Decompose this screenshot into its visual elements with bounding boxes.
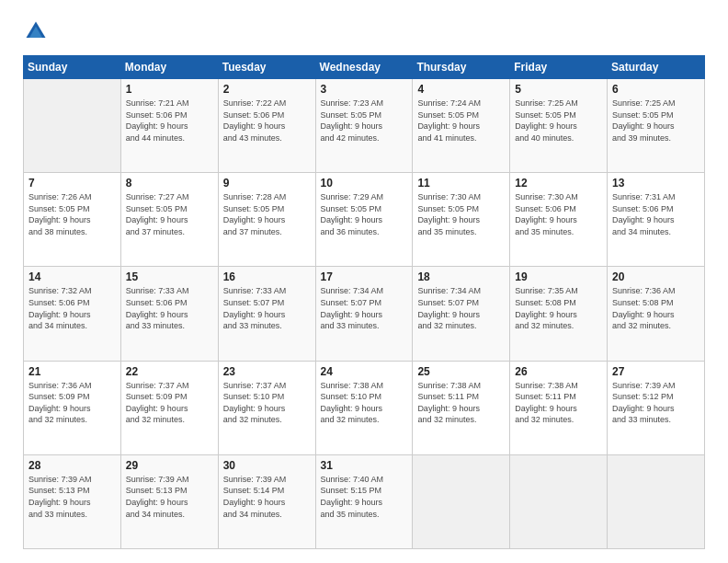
- day-info: Sunrise: 7:35 AM Sunset: 5:08 PM Dayligh…: [515, 285, 602, 331]
- day-number: 9: [223, 177, 311, 190]
- day-number: 29: [126, 459, 213, 472]
- day-info: Sunrise: 7:39 AM Sunset: 5:14 PM Dayligh…: [223, 474, 311, 520]
- day-info: Sunrise: 7:23 AM Sunset: 5:05 PM Dayligh…: [321, 98, 408, 144]
- header: [23, 18, 705, 44]
- day-info: Sunrise: 7:24 AM Sunset: 5:05 PM Dayligh…: [417, 98, 505, 144]
- day-number: 27: [612, 365, 700, 378]
- day-info: Sunrise: 7:26 AM Sunset: 5:05 PM Dayligh…: [28, 191, 116, 237]
- calendar-day-cell: 6Sunrise: 7:25 AM Sunset: 5:05 PM Daylig…: [608, 79, 705, 173]
- day-number: 3: [321, 83, 408, 96]
- calendar-day-cell: 31Sunrise: 7:40 AM Sunset: 5:15 PM Dayli…: [315, 454, 413, 548]
- day-number: 26: [515, 365, 602, 378]
- day-info: Sunrise: 7:34 AM Sunset: 5:07 PM Dayligh…: [417, 285, 505, 331]
- calendar-day-cell: 1Sunrise: 7:21 AM Sunset: 5:06 PM Daylig…: [120, 79, 218, 173]
- day-number: 10: [321, 177, 408, 190]
- calendar-day-cell: 3Sunrise: 7:23 AM Sunset: 5:05 PM Daylig…: [315, 79, 413, 173]
- calendar-day-cell: 12Sunrise: 7:30 AM Sunset: 5:06 PM Dayli…: [510, 173, 608, 267]
- calendar-week-row: 14Sunrise: 7:32 AM Sunset: 5:06 PM Dayli…: [24, 267, 705, 361]
- day-number: 18: [417, 270, 505, 283]
- day-info: Sunrise: 7:28 AM Sunset: 5:05 PM Dayligh…: [223, 191, 311, 237]
- day-number: 25: [417, 365, 505, 378]
- calendar-day-cell: 25Sunrise: 7:38 AM Sunset: 5:11 PM Dayli…: [413, 361, 510, 454]
- weekday-header-cell: Wednesday: [315, 56, 413, 79]
- calendar-day-cell: 19Sunrise: 7:35 AM Sunset: 5:08 PM Dayli…: [510, 267, 608, 361]
- day-info: Sunrise: 7:27 AM Sunset: 5:05 PM Dayligh…: [126, 191, 213, 237]
- calendar-day-cell: 23Sunrise: 7:37 AM Sunset: 5:10 PM Dayli…: [218, 361, 315, 454]
- calendar-table: SundayMondayTuesdayWednesdayThursdayFrid…: [23, 55, 705, 549]
- calendar-day-cell: 13Sunrise: 7:31 AM Sunset: 5:06 PM Dayli…: [608, 173, 705, 267]
- page: SundayMondayTuesdayWednesdayThursdayFrid…: [0, 0, 728, 563]
- calendar-day-cell: 21Sunrise: 7:36 AM Sunset: 5:09 PM Dayli…: [24, 361, 121, 454]
- calendar-day-cell: 11Sunrise: 7:30 AM Sunset: 5:05 PM Dayli…: [413, 173, 510, 267]
- day-info: Sunrise: 7:37 AM Sunset: 5:09 PM Dayligh…: [126, 380, 213, 426]
- day-number: 2: [223, 83, 311, 96]
- day-number: 30: [223, 459, 311, 472]
- weekday-header-cell: Thursday: [413, 56, 510, 79]
- calendar-day-cell: 7Sunrise: 7:26 AM Sunset: 5:05 PM Daylig…: [24, 173, 121, 267]
- calendar-day-cell: 22Sunrise: 7:37 AM Sunset: 5:09 PM Dayli…: [120, 361, 218, 454]
- day-number: 19: [515, 270, 602, 283]
- day-info: Sunrise: 7:40 AM Sunset: 5:15 PM Dayligh…: [321, 474, 408, 520]
- weekday-header-cell: Tuesday: [218, 56, 315, 79]
- calendar-day-cell: 2Sunrise: 7:22 AM Sunset: 5:06 PM Daylig…: [218, 79, 315, 173]
- calendar-day-cell: 18Sunrise: 7:34 AM Sunset: 5:07 PM Dayli…: [413, 267, 510, 361]
- logo: [23, 18, 52, 44]
- day-number: 23: [223, 365, 311, 378]
- calendar-week-row: 28Sunrise: 7:39 AM Sunset: 5:13 PM Dayli…: [24, 454, 705, 548]
- day-number: 21: [28, 365, 116, 378]
- calendar-day-cell: 24Sunrise: 7:38 AM Sunset: 5:10 PM Dayli…: [315, 361, 413, 454]
- calendar-week-row: 1Sunrise: 7:21 AM Sunset: 5:06 PM Daylig…: [24, 79, 705, 173]
- calendar-day-cell: 16Sunrise: 7:33 AM Sunset: 5:07 PM Dayli…: [218, 267, 315, 361]
- day-info: Sunrise: 7:33 AM Sunset: 5:06 PM Dayligh…: [126, 285, 213, 331]
- weekday-header-row: SundayMondayTuesdayWednesdayThursdayFrid…: [24, 56, 705, 79]
- day-info: Sunrise: 7:39 AM Sunset: 5:13 PM Dayligh…: [126, 474, 213, 520]
- day-info: Sunrise: 7:29 AM Sunset: 5:05 PM Dayligh…: [321, 191, 408, 237]
- day-number: 7: [28, 177, 116, 190]
- day-info: Sunrise: 7:38 AM Sunset: 5:11 PM Dayligh…: [515, 380, 602, 426]
- day-info: Sunrise: 7:33 AM Sunset: 5:07 PM Dayligh…: [223, 285, 311, 331]
- logo-icon: [23, 18, 49, 44]
- day-number: 13: [612, 177, 700, 190]
- day-number: 12: [515, 177, 602, 190]
- day-number: 16: [223, 270, 311, 283]
- day-info: Sunrise: 7:30 AM Sunset: 5:05 PM Dayligh…: [417, 191, 505, 237]
- day-info: Sunrise: 7:34 AM Sunset: 5:07 PM Dayligh…: [321, 285, 408, 331]
- day-info: Sunrise: 7:37 AM Sunset: 5:10 PM Dayligh…: [223, 380, 311, 426]
- calendar-day-cell: 20Sunrise: 7:36 AM Sunset: 5:08 PM Dayli…: [608, 267, 705, 361]
- day-number: 1: [126, 83, 213, 96]
- weekday-header-cell: Friday: [510, 56, 608, 79]
- weekday-header-cell: Saturday: [608, 56, 705, 79]
- day-number: 14: [28, 270, 116, 283]
- day-info: Sunrise: 7:32 AM Sunset: 5:06 PM Dayligh…: [28, 285, 116, 331]
- day-info: Sunrise: 7:25 AM Sunset: 5:05 PM Dayligh…: [612, 98, 700, 144]
- day-number: 11: [417, 177, 505, 190]
- day-number: 5: [515, 83, 602, 96]
- day-info: Sunrise: 7:36 AM Sunset: 5:08 PM Dayligh…: [612, 285, 700, 331]
- calendar-day-cell: 27Sunrise: 7:39 AM Sunset: 5:12 PM Dayli…: [608, 361, 705, 454]
- day-number: 8: [126, 177, 213, 190]
- day-number: 31: [321, 459, 408, 472]
- day-info: Sunrise: 7:25 AM Sunset: 5:05 PM Dayligh…: [515, 98, 602, 144]
- weekday-header-cell: Monday: [120, 56, 218, 79]
- day-info: Sunrise: 7:38 AM Sunset: 5:10 PM Dayligh…: [321, 380, 408, 426]
- calendar-day-cell: 8Sunrise: 7:27 AM Sunset: 5:05 PM Daylig…: [120, 173, 218, 267]
- calendar-day-cell: 15Sunrise: 7:33 AM Sunset: 5:06 PM Dayli…: [120, 267, 218, 361]
- day-number: 24: [321, 365, 408, 378]
- calendar-day-cell: [510, 454, 608, 548]
- calendar-day-cell: 30Sunrise: 7:39 AM Sunset: 5:14 PM Dayli…: [218, 454, 315, 548]
- calendar-day-cell: [24, 79, 121, 173]
- calendar-day-cell: 26Sunrise: 7:38 AM Sunset: 5:11 PM Dayli…: [510, 361, 608, 454]
- calendar-day-cell: 29Sunrise: 7:39 AM Sunset: 5:13 PM Dayli…: [120, 454, 218, 548]
- calendar-day-cell: 9Sunrise: 7:28 AM Sunset: 5:05 PM Daylig…: [218, 173, 315, 267]
- calendar-body: 1Sunrise: 7:21 AM Sunset: 5:06 PM Daylig…: [24, 79, 705, 549]
- calendar-day-cell: 17Sunrise: 7:34 AM Sunset: 5:07 PM Dayli…: [315, 267, 413, 361]
- calendar-day-cell: 14Sunrise: 7:32 AM Sunset: 5:06 PM Dayli…: [24, 267, 121, 361]
- calendar-week-row: 21Sunrise: 7:36 AM Sunset: 5:09 PM Dayli…: [24, 361, 705, 454]
- day-info: Sunrise: 7:39 AM Sunset: 5:13 PM Dayligh…: [28, 474, 116, 520]
- day-number: 6: [612, 83, 700, 96]
- day-number: 17: [321, 270, 408, 283]
- day-info: Sunrise: 7:38 AM Sunset: 5:11 PM Dayligh…: [417, 380, 505, 426]
- day-info: Sunrise: 7:22 AM Sunset: 5:06 PM Dayligh…: [223, 98, 311, 144]
- calendar-day-cell: [413, 454, 510, 548]
- calendar-day-cell: 4Sunrise: 7:24 AM Sunset: 5:05 PM Daylig…: [413, 79, 510, 173]
